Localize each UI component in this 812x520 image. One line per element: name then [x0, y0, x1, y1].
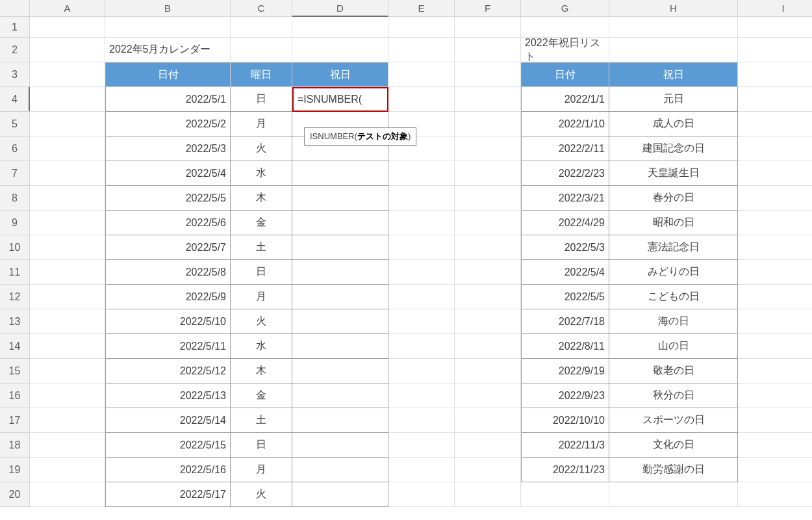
cell-A14[interactable]	[30, 334, 105, 359]
cell-E13[interactable]	[388, 309, 455, 334]
cell-D3[interactable]: 祝日	[292, 62, 388, 87]
row-header-8[interactable]: 8	[0, 186, 30, 211]
cell-I14[interactable]	[738, 334, 812, 359]
cell-A4[interactable]	[30, 87, 105, 112]
cell-I19[interactable]	[738, 458, 812, 482]
row-header-1[interactable]: 1	[0, 17, 30, 38]
cell-D14[interactable]	[292, 334, 388, 359]
row-header-19[interactable]: 19	[0, 458, 30, 482]
cell-G10[interactable]: 2022/5/3	[521, 235, 609, 260]
cell-I17[interactable]	[738, 408, 812, 433]
cell-G1[interactable]	[521, 17, 609, 38]
cell-I20[interactable]	[738, 482, 812, 507]
cell-H7[interactable]: 天皇誕生日	[609, 161, 738, 186]
cell-I16[interactable]	[738, 384, 812, 408]
cell-H14[interactable]: 山の日	[609, 334, 738, 359]
cell-H3[interactable]: 祝日	[609, 62, 738, 87]
cell-G16[interactable]: 2022/9/23	[521, 384, 609, 408]
cell-B18[interactable]: 2022/5/15	[105, 433, 231, 458]
cell-C3[interactable]: 曜日	[231, 62, 292, 87]
cell-E14[interactable]	[388, 334, 455, 359]
cell-H1[interactable]	[609, 17, 738, 38]
cell-C6[interactable]: 火	[231, 136, 292, 161]
cell-A12[interactable]	[30, 285, 105, 309]
cell-F20[interactable]	[455, 482, 521, 507]
cell-C9[interactable]: 金	[231, 211, 292, 235]
cell-E1[interactable]	[388, 17, 455, 38]
row-header-2[interactable]: 2	[0, 38, 30, 62]
row-header-3[interactable]: 3	[0, 62, 30, 87]
cell-H19[interactable]: 勤労感謝の日	[609, 458, 738, 482]
cell-G3[interactable]: 日付	[521, 62, 609, 87]
cell-C8[interactable]: 木	[231, 186, 292, 211]
cell-I2[interactable]	[738, 38, 812, 62]
cell-F16[interactable]	[455, 384, 521, 408]
cell-D20[interactable]	[292, 482, 388, 507]
row-header-5[interactable]: 5	[0, 112, 30, 136]
cell-C10[interactable]: 土	[231, 235, 292, 260]
cell-A9[interactable]	[30, 211, 105, 235]
cell-A11[interactable]	[30, 260, 105, 285]
cell-F7[interactable]	[455, 161, 521, 186]
cell-C11[interactable]: 日	[231, 260, 292, 285]
cell-F6[interactable]	[455, 136, 521, 161]
cell-F14[interactable]	[455, 334, 521, 359]
cell-A17[interactable]	[30, 408, 105, 433]
column-header-F[interactable]: F	[455, 0, 521, 17]
cell-C5[interactable]: 月	[231, 112, 292, 136]
cell-G8[interactable]: 2022/3/21	[521, 186, 609, 211]
cell-D15[interactable]	[292, 359, 388, 384]
cell-I18[interactable]	[738, 433, 812, 458]
cell-D4[interactable]: =ISNUMBER(	[292, 87, 388, 112]
cell-A2[interactable]	[30, 38, 105, 62]
cell-H8[interactable]: 春分の日	[609, 186, 738, 211]
cell-F9[interactable]	[455, 211, 521, 235]
cell-D18[interactable]	[292, 433, 388, 458]
cell-F10[interactable]	[455, 235, 521, 260]
cell-B11[interactable]: 2022/5/8	[105, 260, 231, 285]
cell-I5[interactable]	[738, 112, 812, 136]
cell-I15[interactable]	[738, 359, 812, 384]
cell-H15[interactable]: 敬老の日	[609, 359, 738, 384]
cell-B7[interactable]: 2022/5/4	[105, 161, 231, 186]
cell-C18[interactable]: 日	[231, 433, 292, 458]
cell-E2[interactable]	[388, 38, 455, 62]
cell-F4[interactable]	[455, 87, 521, 112]
row-header-11[interactable]: 11	[0, 260, 30, 285]
cell-A16[interactable]	[30, 384, 105, 408]
cell-D16[interactable]	[292, 384, 388, 408]
cell-E8[interactable]	[388, 186, 455, 211]
cell-E16[interactable]	[388, 384, 455, 408]
cell-H16[interactable]: 秋分の日	[609, 384, 738, 408]
cell-H5[interactable]: 成人の日	[609, 112, 738, 136]
cell-B1[interactable]	[105, 17, 231, 38]
cell-E4[interactable]	[388, 87, 455, 112]
cell-C7[interactable]: 水	[231, 161, 292, 186]
cell-B15[interactable]: 2022/5/12	[105, 359, 231, 384]
cell-F1[interactable]	[455, 17, 521, 38]
cell-F12[interactable]	[455, 285, 521, 309]
cell-A15[interactable]	[30, 359, 105, 384]
cell-E3[interactable]	[388, 62, 455, 87]
cell-B4[interactable]: 2022/5/1	[105, 87, 231, 112]
cell-G6[interactable]: 2022/2/11	[521, 136, 609, 161]
cell-F13[interactable]	[455, 309, 521, 334]
cell-C20[interactable]: 火	[231, 482, 292, 507]
cell-D9[interactable]	[292, 211, 388, 235]
cell-D11[interactable]	[292, 260, 388, 285]
cell-B12[interactable]: 2022/5/9	[105, 285, 231, 309]
cell-E19[interactable]	[388, 458, 455, 482]
cell-I10[interactable]	[738, 235, 812, 260]
cell-F3[interactable]	[455, 62, 521, 87]
cell-A6[interactable]	[30, 136, 105, 161]
cell-I1[interactable]	[738, 17, 812, 38]
cell-I9[interactable]	[738, 211, 812, 235]
cell-G4[interactable]: 2022/1/1	[521, 87, 609, 112]
cell-E15[interactable]	[388, 359, 455, 384]
column-header-I[interactable]: I	[738, 0, 812, 17]
row-header-20[interactable]: 20	[0, 482, 30, 507]
cell-F2[interactable]	[455, 38, 521, 62]
column-header-C[interactable]: C	[231, 0, 292, 17]
cell-E20[interactable]	[388, 482, 455, 507]
cell-I3[interactable]	[738, 62, 812, 87]
